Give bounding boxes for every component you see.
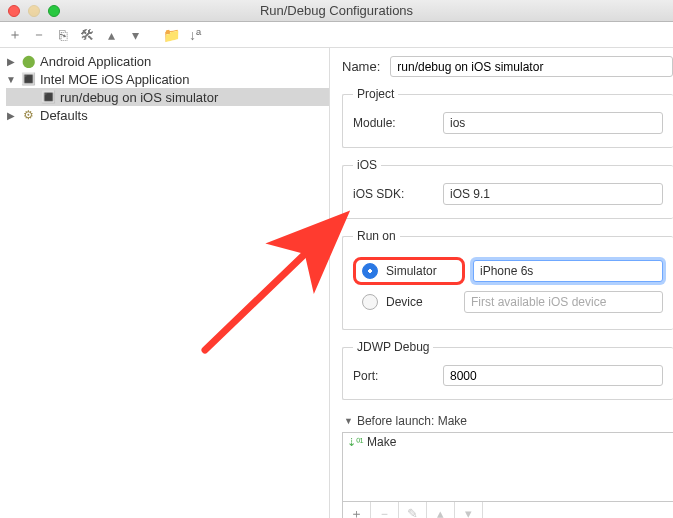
tree-label: Android Application <box>40 54 151 69</box>
device-placeholder: First available iOS device <box>471 295 606 309</box>
device-radio-label: Device <box>386 295 456 309</box>
config-toolbar: ＋ － ⎘ 🛠 ▴ ▾ 📁 ↓ª <box>0 22 673 48</box>
jdwp-port-label: Port: <box>353 369 433 383</box>
before-launch-toolbar: ＋ － ✎ ▴ ▾ <box>342 502 673 518</box>
ios-sdk-value: iOS 9.1 <box>450 187 490 201</box>
tree-node-intel-moe-ios-application[interactable]: ▼ 🔳 Intel MOE iOS Application <box>6 70 329 88</box>
tree-node-defaults[interactable]: ▶ ⚙ Defaults <box>6 106 329 124</box>
jdwp-debug-fieldset: JDWP Debug Port: <box>342 340 673 400</box>
jdwp-port-input[interactable] <box>443 365 663 386</box>
jdwp-legend: JDWP Debug <box>353 340 433 354</box>
tree-node-run-debug-ios-simulator[interactable]: 🔳 run/debug on iOS simulator <box>6 88 329 106</box>
before-launch-edit-button[interactable]: ✎ <box>399 502 427 518</box>
module-value: ios <box>450 116 465 130</box>
folder-button[interactable]: 📁 <box>162 27 180 43</box>
before-launch-remove-button[interactable]: － <box>371 502 399 518</box>
ios-fieldset: iOS iOS SDK: iOS 9.1 <box>342 158 673 219</box>
disclosure-arrow-icon: ▶ <box>6 56 16 67</box>
before-launch-item-make[interactable]: ⇣⁰¹ Make <box>343 433 673 451</box>
ios-sdk-label: iOS SDK: <box>353 187 433 201</box>
before-launch-section: ▼ Before launch: Make ⇣⁰¹ Make ＋ － ✎ ▴ ▾… <box>342 414 673 518</box>
save-config-button[interactable]: 🛠 <box>78 27 96 43</box>
config-name-input[interactable] <box>390 56 673 77</box>
ios-legend: iOS <box>353 158 381 172</box>
before-launch-list[interactable]: ⇣⁰¹ Make <box>342 432 673 502</box>
simulator-device-value: iPhone 6s <box>480 264 533 278</box>
configuration-form: Name: Project Module: ios iOS iOS SDK: i… <box>330 48 673 518</box>
app-icon: 🔳 <box>20 71 36 87</box>
run-on-legend: Run on <box>353 229 400 243</box>
android-icon: ⬤ <box>20 53 36 69</box>
project-fieldset: Project Module: ios <box>342 87 673 148</box>
module-select[interactable]: ios <box>443 112 663 134</box>
disclosure-arrow-icon: ▼ <box>6 74 16 85</box>
run-on-fieldset: Run on Simulator iPhone 6s Device First … <box>342 229 673 330</box>
simulator-radio[interactable] <box>362 263 378 279</box>
move-down-button[interactable]: ▾ <box>126 27 144 43</box>
name-label: Name: <box>342 59 380 74</box>
sort-button[interactable]: ↓ª <box>186 27 204 43</box>
ios-sdk-select[interactable]: iOS 9.1 <box>443 183 663 205</box>
simulator-device-select[interactable]: iPhone 6s <box>473 260 663 282</box>
simulator-radio-label: Simulator <box>386 264 456 278</box>
disclosure-arrow-icon: ▶ <box>6 110 16 121</box>
tree-label: Defaults <box>40 108 88 123</box>
tree-label: Intel MOE iOS Application <box>40 72 190 87</box>
move-up-button[interactable]: ▴ <box>102 27 120 43</box>
remove-config-button[interactable]: － <box>30 26 48 44</box>
module-label: Module: <box>353 116 433 130</box>
add-config-button[interactable]: ＋ <box>6 26 24 44</box>
copy-config-button[interactable]: ⎘ <box>54 27 72 43</box>
disclosure-arrow-icon[interactable]: ▼ <box>344 416 353 426</box>
before-launch-up-button[interactable]: ▴ <box>427 502 455 518</box>
make-task-icon: ⇣⁰¹ <box>347 434 363 450</box>
before-launch-item-label: Make <box>367 435 396 449</box>
tree-node-android-application[interactable]: ▶ ⬤ Android Application <box>6 52 329 70</box>
before-launch-header: Before launch: Make <box>357 414 467 428</box>
gear-icon: ⚙ <box>20 107 36 123</box>
device-select[interactable]: First available iOS device <box>464 291 663 313</box>
window-titlebar: Run/Debug Configurations <box>0 0 673 22</box>
project-legend: Project <box>353 87 398 101</box>
window-title: Run/Debug Configurations <box>0 3 673 18</box>
before-launch-down-button[interactable]: ▾ <box>455 502 483 518</box>
before-launch-add-button[interactable]: ＋ <box>343 502 371 518</box>
configurations-tree[interactable]: ▶ ⬤ Android Application ▼ 🔳 Intel MOE iO… <box>0 48 330 518</box>
tree-label: run/debug on iOS simulator <box>60 90 218 105</box>
device-radio[interactable] <box>362 294 378 310</box>
run-config-icon: 🔳 <box>40 89 56 105</box>
annotation-highlight: Simulator <box>353 257 465 285</box>
